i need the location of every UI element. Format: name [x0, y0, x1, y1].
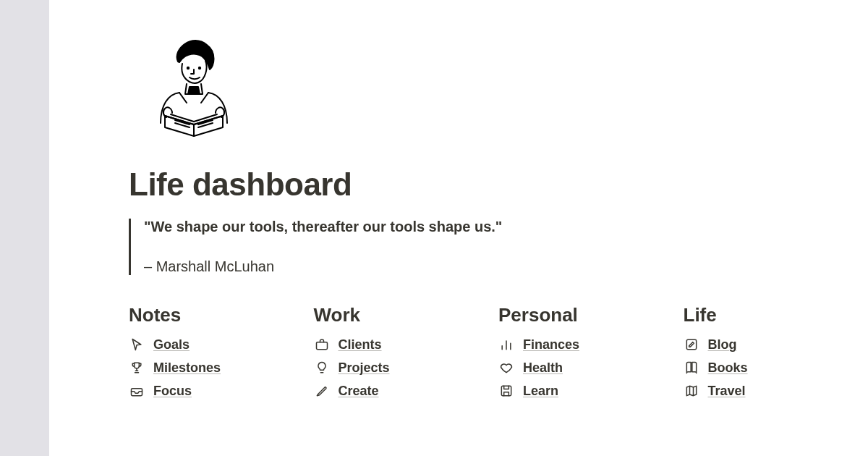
link-health[interactable]: Health — [498, 360, 684, 376]
link-finances[interactable]: Finances — [498, 337, 684, 352]
link-label: Blog — [708, 337, 737, 352]
column-title[interactable]: Work — [314, 304, 499, 326]
barchart-icon — [498, 337, 514, 352]
lightbulb-icon — [314, 360, 330, 376]
svg-point-0 — [187, 67, 189, 69]
svg-point-1 — [199, 67, 200, 69]
cursor-icon — [129, 337, 145, 352]
link-create[interactable]: Create — [314, 383, 499, 399]
link-travel[interactable]: Travel — [684, 383, 869, 399]
page-cover-icon[interactable] — [143, 36, 244, 138]
briefcase-icon — [314, 337, 330, 352]
quote-text: "We shape our tools, thereafter our tool… — [144, 219, 868, 235]
svg-rect-2 — [132, 389, 142, 396]
dashboard-columns: Notes Goals Milestones — [129, 304, 868, 399]
link-milestones[interactable]: Milestones — [129, 360, 314, 376]
link-label: Projects — [339, 360, 390, 376]
save-icon — [498, 383, 514, 399]
column-title[interactable]: Life — [684, 304, 869, 326]
svg-rect-4 — [501, 386, 511, 395]
link-label: Learn — [523, 384, 558, 399]
link-label: Books — [708, 360, 748, 376]
quote-author: – Marshall McLuhan — [144, 258, 868, 275]
page-title[interactable]: Life dashboard — [129, 166, 868, 203]
link-label: Goals — [153, 337, 190, 352]
edit-icon — [684, 337, 699, 352]
link-blog[interactable]: Blog — [684, 337, 869, 352]
pencil-icon — [314, 383, 330, 399]
link-label: Focus — [153, 384, 192, 399]
trophy-icon — [129, 360, 145, 376]
column-notes: Notes Goals Milestones — [129, 304, 314, 399]
heart-icon — [498, 360, 514, 376]
quote-block[interactable]: "We shape our tools, thereafter our tool… — [129, 219, 868, 275]
inbox-icon — [129, 383, 145, 399]
link-projects[interactable]: Projects — [314, 360, 499, 376]
link-focus[interactable]: Focus — [129, 383, 314, 399]
link-label: Health — [523, 360, 563, 376]
map-icon — [684, 383, 699, 399]
column-life: Life Blog Books — [684, 304, 869, 399]
link-learn[interactable]: Learn — [498, 383, 684, 399]
column-title[interactable]: Notes — [129, 304, 314, 326]
link-label: Finances — [523, 337, 579, 352]
column-work: Work Clients Projects — [314, 304, 499, 399]
person-reading-icon — [143, 36, 244, 138]
sidebar — [0, 0, 49, 456]
column-personal: Personal Finances Health — [498, 304, 684, 399]
link-goals[interactable]: Goals — [129, 337, 314, 352]
svg-rect-5 — [686, 339, 696, 349]
column-title[interactable]: Personal — [498, 304, 684, 326]
link-label: Travel — [708, 384, 746, 399]
link-label: Clients — [339, 337, 382, 352]
link-label: Create — [339, 384, 379, 399]
svg-rect-3 — [316, 342, 327, 350]
link-clients[interactable]: Clients — [314, 337, 499, 352]
link-books[interactable]: Books — [684, 360, 869, 376]
main-content: Life dashboard "We shape our tools, ther… — [49, 0, 868, 456]
link-label: Milestones — [153, 360, 221, 376]
book-icon — [684, 360, 699, 376]
